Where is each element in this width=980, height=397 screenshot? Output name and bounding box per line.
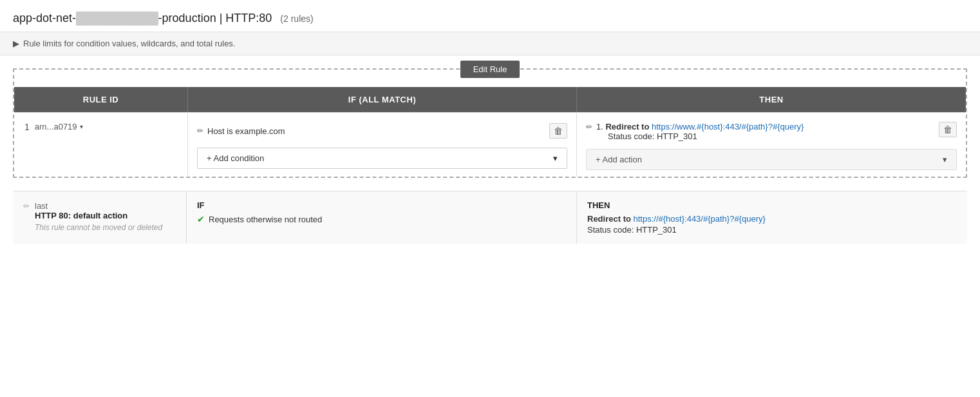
action-bold: Redirect to: [605, 122, 649, 131]
app-name-suffix: -production | HTTP:80: [158, 12, 272, 24]
default-then-label: THEN: [587, 200, 957, 210]
info-bar-toggle[interactable]: ▶: [13, 39, 19, 48]
add-action-label: + Add action: [596, 155, 642, 164]
col-rule-id: RULE ID: [14, 87, 188, 112]
check-icon: ✔: [197, 214, 205, 224]
arn-text: arn...a0719: [35, 122, 77, 131]
col-if: IF (all match): [188, 87, 577, 112]
add-condition-label: + Add condition: [207, 153, 264, 163]
pencil-small-icon: ✏: [23, 202, 30, 211]
default-id-cell: ✏ last HTTP 80: default action This rule…: [13, 191, 187, 244]
main-content: Edit Rule RULE ID IF (all match) THEN 1 …: [0, 55, 980, 257]
action-number: 1.: [596, 122, 603, 131]
default-if-cell: IF ✔ Requests otherwise not routed: [187, 191, 577, 244]
default-rule-row: ✏ last HTTP 80: default action This rule…: [13, 191, 967, 244]
delete-condition-button[interactable]: 🗑: [549, 123, 567, 139]
chevron-down-icon: ▾: [553, 153, 558, 163]
default-action-bold: Redirect to: [587, 214, 631, 224]
info-bar: ▶ Rule limits for condition values, wild…: [0, 32, 980, 55]
action-status: Status code: HTTP_301: [608, 131, 804, 141]
then-cell: ✏ 1. Redirect to https://www.#{host}:443…: [577, 113, 966, 177]
default-rule-info: last HTTP 80: default action This rule c…: [35, 200, 162, 232]
edit-rule-button[interactable]: Edit Rule: [460, 61, 520, 78]
default-condition-text: Requests otherwise not routed: [209, 215, 322, 224]
action-url: https://www.#{host}:443/#{path}?#{query}: [652, 122, 804, 131]
rule-number: 1: [24, 122, 30, 132]
condition-text: ✏ Host is example.com: [197, 126, 285, 136]
pencil-icon: ✏: [197, 126, 203, 135]
rule-id-cell: 1 arn...a0719 ▾: [14, 113, 188, 177]
app-name-prefix: app-dot-net-: [13, 12, 76, 24]
rule-arn[interactable]: arn...a0719 ▾: [35, 122, 83, 131]
action-description: 1. Redirect to https://www.#{host}:443/#…: [596, 122, 804, 141]
chevron-down-icon: ▾: [943, 155, 947, 164]
condition-row: ✏ Host is example.com 🗑: [197, 119, 567, 142]
col-then: THEN: [577, 87, 966, 112]
last-badge: last: [35, 201, 48, 211]
default-then-cell: THEN Redirect to https://#{host}:443/#{p…: [577, 191, 967, 244]
page-header: app-dot-net-██████████-production | HTTP…: [0, 0, 980, 32]
if-cell: ✏ Host is example.com 🗑 + Add condition …: [188, 113, 577, 177]
delete-action-button[interactable]: 🗑: [939, 122, 957, 137]
action-row: ✏ 1. Redirect to https://www.#{host}:443…: [586, 119, 957, 144]
action-text: ✏ 1. Redirect to https://www.#{host}:443…: [586, 122, 939, 141]
pencil-icon: ✏: [586, 122, 592, 131]
default-action-status: Status code: HTTP_301: [587, 225, 957, 235]
default-condition-row: ✔ Requests otherwise not routed: [197, 214, 566, 224]
rule-table-header: RULE ID IF (all match) THEN: [14, 87, 966, 112]
edit-rule-label-wrapper: Edit Rule: [14, 61, 966, 78]
rules-count: (2 rules): [280, 14, 313, 24]
add-action-button[interactable]: + Add action ▾: [586, 149, 957, 170]
default-action-text: Redirect to https://#{host}:443/#{path}?…: [587, 214, 957, 224]
default-action-url: https://#{host}:443/#{path}?#{query}: [634, 214, 766, 224]
default-rule-title: HTTP 80: default action: [35, 211, 162, 220]
info-bar-text: Rule limits for condition values, wildca…: [23, 39, 235, 48]
chevron-down-icon: ▾: [80, 123, 83, 130]
page-title: app-dot-net-██████████-production | HTTP…: [13, 12, 314, 24]
add-condition-text: + Add condition: [207, 153, 264, 163]
edit-rule-container: Edit Rule RULE ID IF (all match) THEN 1 …: [13, 68, 967, 178]
app-name-redacted: ██████████: [76, 12, 158, 24]
default-rule-note: This rule cannot be moved or deleted: [35, 223, 162, 232]
condition-value: Host is example.com: [207, 126, 285, 136]
table-row: 1 arn...a0719 ▾ ✏ Host is example.com 🗑: [14, 112, 966, 177]
add-condition-button[interactable]: + Add condition ▾: [197, 148, 567, 169]
default-if-label: IF: [197, 200, 566, 210]
